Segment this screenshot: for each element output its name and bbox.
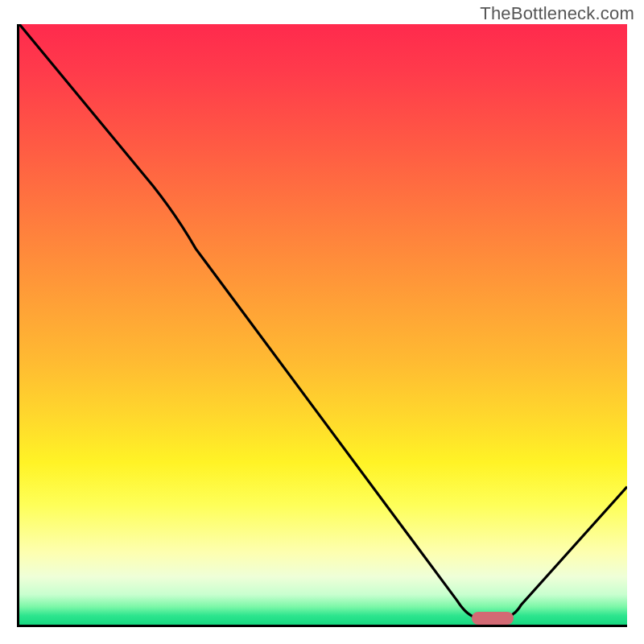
chart-container: TheBottleneck.com <box>0 0 644 644</box>
watermark-text: TheBottleneck.com <box>480 3 634 24</box>
bottleneck-curve <box>19 24 627 625</box>
optimal-marker <box>472 612 514 625</box>
curve-path <box>19 24 627 618</box>
plot-area <box>17 24 627 627</box>
